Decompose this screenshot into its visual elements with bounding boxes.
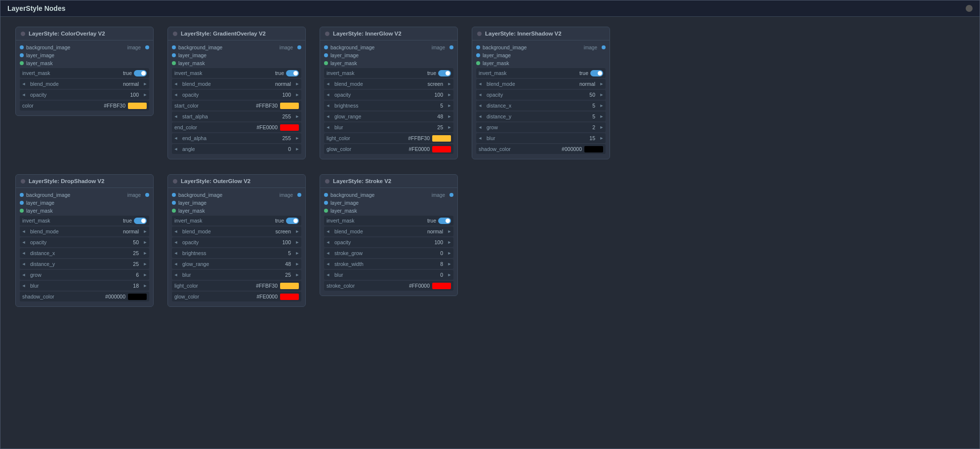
- number-arrow-right[interactable]: ►: [293, 114, 301, 119]
- select-arrow-left[interactable]: ◄: [172, 81, 180, 86]
- color-swatch[interactable]: [280, 103, 299, 109]
- number-arrow-left[interactable]: ◄: [172, 147, 180, 151]
- select-row-1[interactable]: ◄blend_modenormal►: [476, 79, 606, 89]
- color-swatch[interactable]: [128, 103, 147, 109]
- number-arrow-left[interactable]: ◄: [324, 92, 332, 97]
- number-arrow-right[interactable]: ►: [141, 251, 149, 256]
- number-row-6[interactable]: ◄blur18►: [20, 281, 149, 291]
- number-row-2[interactable]: ◄opacity100►: [324, 237, 453, 247]
- color-row-3[interactable]: color#FFBF30: [20, 101, 149, 111]
- color-swatch[interactable]: [280, 124, 299, 131]
- color-row-6[interactable]: light_color#FFBF30: [172, 281, 301, 291]
- port-connector[interactable]: [145, 193, 149, 197]
- toggle-row-0[interactable]: invert_masktrue: [20, 68, 149, 78]
- number-arrow-left[interactable]: ◄: [324, 114, 332, 119]
- number-row-6[interactable]: ◄blur15►: [476, 133, 606, 143]
- number-arrow-right[interactable]: ►: [293, 147, 301, 151]
- toggle-row-0[interactable]: invert_masktrue: [476, 68, 606, 78]
- number-row-2[interactable]: ◄opacity100►: [172, 90, 301, 100]
- number-arrow-left[interactable]: ◄: [172, 136, 180, 141]
- number-arrow-left[interactable]: ◄: [172, 262, 180, 266]
- number-arrow-right[interactable]: ►: [598, 136, 606, 141]
- number-row-3[interactable]: ◄stroke_grow0►: [324, 248, 453, 258]
- number-row-2[interactable]: ◄opacity50►: [476, 90, 606, 100]
- number-arrow-left[interactable]: ◄: [324, 262, 332, 266]
- number-row-2[interactable]: ◄opacity100►: [20, 90, 149, 100]
- port-connector[interactable]: [145, 45, 149, 49]
- toggle-pill[interactable]: [438, 218, 451, 224]
- number-arrow-right[interactable]: ►: [141, 92, 149, 97]
- number-arrow-left[interactable]: ◄: [172, 92, 180, 97]
- number-row-4[interactable]: ◄distance_y5►: [476, 112, 606, 121]
- number-row-4[interactable]: ◄stroke_width8►: [324, 259, 453, 269]
- number-arrow-left[interactable]: ◄: [172, 272, 180, 277]
- color-swatch[interactable]: [280, 294, 299, 300]
- select-arrow-right[interactable]: ►: [446, 81, 453, 86]
- number-arrow-left[interactable]: ◄: [172, 114, 180, 119]
- select-arrow-left[interactable]: ◄: [20, 229, 28, 234]
- number-arrow-left[interactable]: ◄: [20, 262, 28, 266]
- number-arrow-left[interactable]: ◄: [476, 114, 484, 119]
- color-row-7[interactable]: shadow_color#000000: [20, 292, 149, 301]
- select-arrow-left[interactable]: ◄: [476, 81, 484, 86]
- number-arrow-left[interactable]: ◄: [476, 136, 484, 141]
- toggle-pill[interactable]: [134, 218, 147, 224]
- number-arrow-right[interactable]: ►: [446, 114, 453, 119]
- number-arrow-right[interactable]: ►: [293, 251, 301, 256]
- color-swatch[interactable]: [432, 135, 451, 142]
- number-arrow-right[interactable]: ►: [293, 240, 301, 245]
- number-arrow-right[interactable]: ►: [598, 125, 606, 130]
- color-row-7[interactable]: shadow_color#000000: [476, 144, 606, 154]
- color-swatch[interactable]: [128, 294, 147, 300]
- select-row-1[interactable]: ◄blend_modenormal►: [324, 226, 453, 236]
- select-arrow-left[interactable]: ◄: [324, 229, 332, 234]
- number-arrow-right[interactable]: ►: [446, 103, 453, 108]
- number-row-2[interactable]: ◄opacity100►: [172, 237, 301, 247]
- number-arrow-right[interactable]: ►: [446, 125, 453, 130]
- port-connector[interactable]: [449, 45, 453, 49]
- number-row-3[interactable]: ◄brightness5►: [172, 248, 301, 258]
- color-row-7[interactable]: glow_color#FE0000: [172, 292, 301, 301]
- number-arrow-right[interactable]: ►: [293, 92, 301, 97]
- select-arrow-right[interactable]: ►: [141, 81, 149, 86]
- close-button[interactable]: [966, 5, 973, 12]
- number-row-4[interactable]: ◄distance_y25►: [20, 259, 149, 269]
- color-row-6[interactable]: stroke_color#FF0000: [324, 281, 453, 291]
- number-arrow-right[interactable]: ►: [446, 240, 453, 245]
- number-row-4[interactable]: ◄glow_range48►: [172, 259, 301, 269]
- number-arrow-right[interactable]: ►: [141, 272, 149, 277]
- number-arrow-right[interactable]: ►: [598, 103, 606, 108]
- color-swatch[interactable]: [432, 146, 451, 152]
- number-arrow-left[interactable]: ◄: [20, 283, 28, 288]
- number-row-2[interactable]: ◄opacity100►: [324, 90, 453, 100]
- number-arrow-right[interactable]: ►: [446, 272, 453, 277]
- number-arrow-right[interactable]: ►: [293, 262, 301, 266]
- select-arrow-left[interactable]: ◄: [172, 229, 180, 234]
- number-row-6[interactable]: ◄end_alpha255►: [172, 133, 301, 143]
- number-row-5[interactable]: ◄blur25►: [324, 122, 453, 132]
- color-swatch[interactable]: [280, 283, 299, 289]
- number-arrow-left[interactable]: ◄: [476, 103, 484, 108]
- select-arrow-right[interactable]: ►: [293, 81, 301, 86]
- number-row-3[interactable]: ◄distance_x5►: [476, 101, 606, 111]
- toggle-row-0[interactable]: invert_masktrue: [172, 216, 301, 225]
- number-arrow-right[interactable]: ►: [446, 262, 453, 266]
- select-arrow-left[interactable]: ◄: [20, 81, 28, 86]
- toggle-row-0[interactable]: invert_masktrue: [20, 216, 149, 225]
- number-arrow-right[interactable]: ►: [293, 272, 301, 277]
- toggle-pill[interactable]: [286, 218, 299, 224]
- number-row-5[interactable]: ◄grow6►: [20, 270, 149, 280]
- color-row-3[interactable]: start_color#FFBF30: [172, 101, 301, 111]
- toggle-pill[interactable]: [438, 70, 451, 76]
- number-arrow-right[interactable]: ►: [598, 114, 606, 119]
- number-row-2[interactable]: ◄opacity50►: [20, 237, 149, 247]
- number-row-7[interactable]: ◄angle0►: [172, 144, 301, 154]
- port-connector[interactable]: [602, 45, 606, 49]
- number-row-5[interactable]: ◄blur25►: [172, 270, 301, 280]
- number-arrow-right[interactable]: ►: [141, 283, 149, 288]
- number-row-4[interactable]: ◄start_alpha255►: [172, 112, 301, 121]
- color-swatch[interactable]: [432, 283, 451, 289]
- color-row-6[interactable]: light_color#FFBF30: [324, 133, 453, 143]
- number-arrow-left[interactable]: ◄: [20, 272, 28, 277]
- toggle-pill[interactable]: [134, 70, 147, 76]
